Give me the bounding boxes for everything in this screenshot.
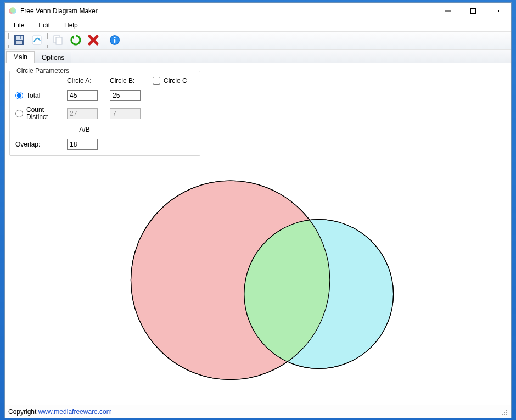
app-icon [8, 7, 17, 15]
copy-button[interactable] [50, 32, 66, 49]
circle-c-checkbox-input[interactable] [153, 77, 160, 85]
copyright-link[interactable]: www.mediafreeware.com [38, 408, 112, 416]
venn-canvas [9, 156, 507, 405]
erase-icon [31, 34, 43, 48]
resize-grip[interactable] [500, 408, 508, 416]
copyright-prefix: Copyright [8, 408, 38, 416]
distinct-b-input [110, 108, 141, 119]
mode-total-label: Total [26, 92, 40, 99]
overlap-label: Overlap: [15, 141, 59, 148]
minimize-button[interactable] [435, 3, 461, 19]
circle-c-checkbox[interactable]: Circle C [153, 77, 194, 85]
overlap-ab-input[interactable] [67, 139, 98, 150]
circle-parameters-group: Circle Parameters Circle A: Circle B: Ci… [9, 71, 200, 156]
erase-button[interactable] [29, 32, 45, 49]
svg-rect-9 [16, 41, 22, 44]
save-icon [13, 34, 25, 48]
window-title: Free Venn Diagram Maker [20, 7, 435, 15]
toolbar-separator [104, 33, 104, 48]
copy-icon [52, 34, 64, 48]
svg-rect-4 [471, 9, 476, 14]
tab-options[interactable]: Options [35, 52, 71, 63]
info-icon [109, 34, 121, 48]
col-header-b: Circle B: [110, 77, 145, 85]
menubar: File Edit Help [5, 19, 511, 31]
tab-strip: Main Options [5, 50, 511, 63]
svg-rect-20 [114, 39, 116, 43]
info-button[interactable] [106, 32, 123, 49]
svg-point-19 [114, 37, 116, 38]
delete-button[interactable] [85, 32, 102, 49]
toolbar-separator [47, 33, 48, 48]
venn-diagram [9, 156, 507, 405]
col-header-a: Circle A: [67, 77, 102, 85]
svg-rect-10 [20, 36, 21, 39]
toolbar-separator [8, 33, 9, 48]
refresh-icon [70, 34, 82, 48]
delete-icon [87, 34, 99, 48]
svg-rect-8 [16, 36, 23, 40]
group-legend: Circle Parameters [14, 67, 71, 75]
circle-c-label: Circle C [164, 77, 187, 85]
app-window: Free Venn Diagram Maker File Edit Help [4, 2, 512, 418]
svg-point-2 [10, 7, 15, 13]
menu-file[interactable]: File [7, 20, 31, 30]
copyright-text: Copyright www.mediafreeware.com [8, 408, 112, 416]
menu-edit[interactable]: Edit [32, 20, 57, 30]
titlebar: Free Venn Diagram Maker [5, 3, 511, 19]
save-button[interactable] [11, 32, 27, 49]
toolbar [5, 31, 511, 50]
refresh-button[interactable] [68, 32, 84, 49]
mode-distinct-radio[interactable]: CountDistinct [15, 107, 59, 120]
svg-rect-13 [56, 37, 62, 44]
mode-distinct-label: CountDistinct [26, 107, 48, 120]
mode-total-radio[interactable]: Total [15, 92, 59, 99]
close-button[interactable] [486, 3, 511, 19]
window-controls [435, 3, 511, 19]
tab-main[interactable]: Main [6, 51, 35, 63]
menu-help[interactable]: Help [58, 20, 85, 30]
distinct-a-input [67, 108, 98, 119]
tab-content-main: Circle Parameters Circle A: Circle B: Ci… [5, 63, 511, 405]
maximize-button[interactable] [461, 3, 486, 19]
mode-distinct-radio-input[interactable] [15, 110, 23, 117]
total-a-input[interactable] [67, 90, 98, 101]
total-b-input[interactable] [110, 90, 141, 101]
statusbar: Copyright www.mediafreeware.com [5, 405, 511, 418]
overlap-ab-header: A/B [67, 126, 102, 133]
mode-total-radio-input[interactable] [15, 92, 23, 99]
